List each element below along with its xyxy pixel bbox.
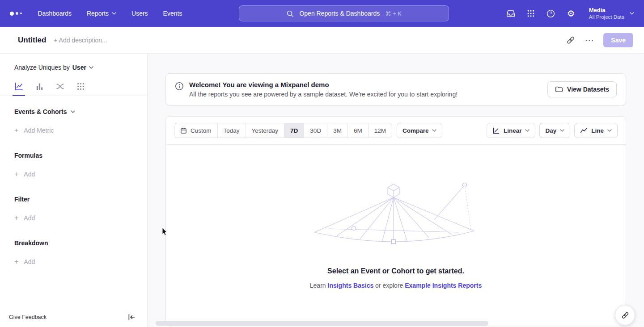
horizontal-scrollbar[interactable] (156, 321, 488, 326)
add-description[interactable]: + Add description... (54, 37, 107, 44)
granularity-select[interactable]: Day (539, 123, 570, 138)
nav-reports-label: Reports (87, 10, 109, 17)
sidebar-footer: Give Feedback (0, 307, 147, 327)
project-subtitle: All Project Data (589, 14, 624, 20)
report-header: Untitled + Add description... ⋯ Save (0, 27, 644, 54)
tab-pivot-table[interactable] (74, 77, 87, 96)
header-actions: ⋯ Save (566, 33, 633, 47)
project-text: Media All Project Data (589, 7, 624, 21)
nav-dashboards-label: Dashboards (38, 10, 72, 17)
formulas-section-label: Formulas (0, 134, 147, 159)
nav-events[interactable]: Events (163, 10, 182, 17)
filter-section-label: Filter (0, 178, 147, 203)
collapse-sidebar-icon[interactable] (127, 313, 136, 321)
compare-button[interactable]: Compare (397, 123, 443, 138)
view-datasets-button[interactable]: View Datasets (547, 81, 617, 97)
pivot-table-icon (76, 82, 85, 91)
events-cohorts-section[interactable]: Events & Cohorts (0, 96, 147, 115)
breakdown-section-label: Breakdown (0, 222, 147, 247)
report-title[interactable]: Untitled (18, 36, 46, 45)
give-feedback-link[interactable]: Give Feedback (9, 314, 47, 320)
nav-utilities: ⚙ Media All Project Data (506, 7, 634, 21)
save-button[interactable]: Save (603, 33, 633, 47)
apps-grid-icon[interactable] (526, 8, 536, 18)
folder-icon (555, 85, 563, 93)
chevron-down-icon (630, 12, 634, 15)
visualization-tabs (0, 77, 147, 96)
scale-select[interactable]: Linear (487, 123, 536, 138)
bar-chart-icon (35, 82, 44, 91)
report-content: Welcome! You are viewing a Mixpanel demo… (148, 54, 644, 327)
query-builder-sidebar: Analyze Uniques by User (0, 54, 148, 327)
search-placeholder: Open Reports & Dashboards (299, 10, 380, 17)
tab-bar-chart[interactable] (33, 77, 46, 96)
plus-icon: + (14, 127, 18, 134)
empty-state: Select an Event or Cohort to get started… (166, 145, 626, 289)
line-chart-icon (14, 82, 24, 91)
date-range-segmented-control: Custom Today Yesterday 7D 30D (174, 123, 392, 138)
top-nav: Dashboards Reports Users Events Open Rep… (0, 0, 644, 27)
banner-body: All the reports you see are powered by a… (189, 91, 542, 98)
range-yesterday[interactable]: Yesterday (246, 123, 285, 138)
report-card: Custom Today Yesterday 7D 30D (165, 116, 626, 326)
range-custom[interactable]: Custom (174, 123, 218, 138)
range-30d[interactable]: 30D (304, 123, 327, 138)
search-shortcut: ⌘ + K (385, 10, 402, 17)
calendar-icon (180, 127, 187, 134)
chevron-down-icon (71, 110, 75, 113)
inbox-icon[interactable] (506, 8, 516, 18)
welcome-banner: Welcome! You are viewing a Mixpanel demo… (165, 73, 626, 105)
add-filter-button[interactable]: + Add (0, 203, 147, 222)
chart-type-select[interactable]: Line (574, 123, 618, 138)
nav-reports[interactable]: Reports (87, 10, 116, 17)
range-6m[interactable]: 6M (348, 123, 369, 138)
project-name: Media (589, 7, 624, 14)
line-chart-icon (580, 127, 588, 134)
range-3m[interactable]: 3M (327, 123, 348, 138)
tab-flow-chart[interactable] (54, 77, 66, 96)
chevron-down-icon (560, 129, 564, 132)
search-icon (286, 10, 294, 17)
more-icon[interactable]: ⋯ (585, 35, 594, 45)
flow-chart-icon (55, 82, 65, 91)
range-7d[interactable]: 7D (284, 123, 304, 138)
example-reports-link[interactable]: Example Insights Reports (405, 282, 482, 289)
nav-events-label: Events (163, 10, 182, 17)
chevron-down-icon (112, 12, 116, 15)
tab-line-chart[interactable] (13, 77, 25, 96)
empty-state-illustration (311, 180, 481, 247)
analyze-entity-select[interactable]: User (72, 64, 93, 71)
chevron-down-icon (607, 129, 612, 132)
main-layout: Analyze Uniques by User (0, 54, 644, 327)
plus-icon: + (14, 171, 18, 178)
chevron-down-icon (432, 129, 436, 132)
range-12m[interactable]: 12M (369, 123, 392, 138)
chart-controls: Custom Today Yesterday 7D 30D (166, 117, 626, 145)
range-today[interactable]: Today (218, 123, 246, 138)
nav-dashboards[interactable]: Dashboards (38, 10, 72, 17)
project-switcher[interactable]: Media All Project Data (589, 7, 634, 21)
share-link-fab[interactable] (615, 305, 635, 325)
analyze-label: Analyze Uniques by (14, 64, 70, 71)
plus-icon: + (14, 214, 18, 222)
nav-users-label: Users (131, 10, 148, 17)
add-breakdown-button[interactable]: + Add (0, 247, 147, 265)
linear-scale-icon (492, 127, 500, 134)
add-metric-button[interactable]: + Add Metric (0, 115, 147, 134)
global-search[interactable]: Open Reports & Dashboards ⌘ + K (239, 5, 449, 21)
primary-nav: Dashboards Reports Users Events (38, 10, 182, 17)
mixpanel-logo[interactable] (10, 12, 22, 16)
link-icon (621, 311, 630, 320)
chevron-down-icon (89, 66, 93, 69)
insights-basics-link[interactable]: Insights Basics (328, 282, 374, 289)
add-formula-button[interactable]: + Add (0, 159, 147, 178)
help-icon[interactable] (546, 8, 556, 18)
banner-text: Welcome! You are viewing a Mixpanel demo… (189, 81, 542, 98)
chart-display-controls: Linear Day Line (487, 123, 618, 138)
nav-users[interactable]: Users (131, 10, 148, 17)
plus-icon: + (14, 258, 18, 265)
copy-link-icon[interactable] (566, 35, 576, 45)
banner-title: Welcome! You are viewing a Mixpanel demo (189, 81, 542, 88)
gear-icon[interactable]: ⚙ (566, 8, 576, 18)
empty-state-title: Select an Event or Cohort to get started… (327, 267, 464, 275)
